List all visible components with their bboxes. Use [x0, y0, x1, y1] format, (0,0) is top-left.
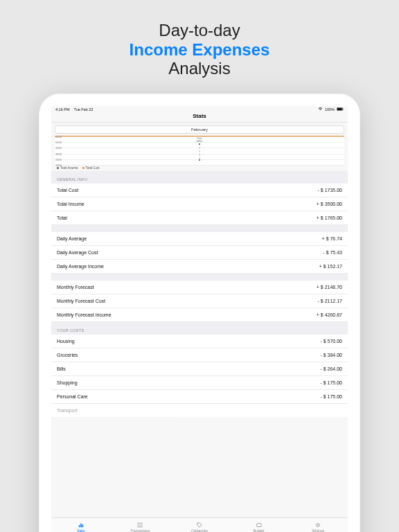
- chart-point-income: [199, 143, 200, 145]
- headline-line1: Day-to-day: [159, 21, 240, 39]
- y-tick: 6000: [55, 135, 62, 139]
- tab-label: Transactions: [130, 529, 150, 532]
- daily-list: Daily Average+ $ 76.74 Daily Average Cos…: [51, 232, 348, 274]
- row-daily-avg[interactable]: Daily Average+ $ 76.74: [51, 232, 348, 246]
- section-header-costs: YOUR COSTS: [51, 322, 348, 335]
- tab-label: Categories: [191, 529, 208, 532]
- chart-legend: Total Income Total Cost: [51, 165, 348, 171]
- gear-icon: [315, 522, 321, 528]
- ipad-frame: 4:16 PM Tue Feb 23 100% Stats February: [39, 94, 360, 532]
- tab-transactions[interactable]: Transactions: [111, 522, 170, 532]
- chart-x-label: Feb 8800: [197, 137, 203, 143]
- row-total-cost[interactable]: Total Cost- $ 1735.00: [51, 184, 348, 197]
- row-bills[interactable]: Bills- $ 264.00: [51, 362, 348, 376]
- y-tick: 3000: [55, 152, 62, 155]
- tab-bar: Stats Transactions Categories Budget Set…: [51, 517, 348, 532]
- tab-stats[interactable]: Stats: [51, 522, 111, 532]
- svg-rect-3: [79, 525, 80, 527]
- row-monthly-forecast[interactable]: Monthly Forecast+ $ 2148.70: [51, 281, 348, 294]
- row-total-income[interactable]: Total Income+ $ 3500.00: [51, 197, 348, 211]
- svg-point-11: [317, 524, 319, 526]
- chart-point-cost: [199, 159, 200, 161]
- svg-rect-9: [256, 524, 260, 527]
- row-transport[interactable]: Transport: [51, 404, 348, 418]
- tab-label: Settings: [312, 529, 324, 532]
- month-picker-label: February: [191, 127, 208, 132]
- screen: 4:16 PM Tue Feb 23 100% Stats February: [51, 106, 348, 532]
- row-monthly-forecast-income[interactable]: Monthly Forecast Income+ $ 4260.87: [51, 308, 348, 322]
- headline-line2: Income Expenses: [130, 40, 270, 59]
- y-tick: 5000: [55, 141, 62, 144]
- tab-settings[interactable]: Settings: [288, 522, 348, 532]
- svg-rect-1: [337, 108, 342, 111]
- list-icon: [137, 522, 143, 528]
- section-header-general: GENERAL INFO: [51, 171, 348, 184]
- row-total[interactable]: Total+ $ 1765.00: [51, 211, 348, 225]
- svg-rect-2: [343, 109, 344, 110]
- svg-rect-4: [80, 524, 82, 528]
- tab-categories[interactable]: Categories: [170, 522, 229, 532]
- tab-label: Stats: [77, 529, 85, 532]
- row-personal-care[interactable]: Personal Care- $ 175.00: [51, 390, 348, 404]
- row-shopping[interactable]: Shopping- $ 175.00: [51, 376, 348, 390]
- svg-rect-8: [137, 526, 143, 527]
- general-list: Total Cost- $ 1735.00 Total Income+ $ 35…: [51, 184, 348, 225]
- y-tick: 2000: [55, 157, 62, 161]
- row-housing[interactable]: Housing- $ 570.00: [51, 335, 348, 348]
- y-tick: 4000: [55, 146, 62, 150]
- svg-rect-6: [137, 523, 143, 524]
- page-title: Stats: [51, 112, 348, 123]
- divider: [51, 225, 348, 232]
- monthly-list: Monthly Forecast+ $ 2148.70 Monthly Fore…: [51, 281, 348, 322]
- y-tick: 1000: [55, 163, 62, 167]
- costs-list: Housing- $ 570.00 Groceries- $ 384.00 Bi…: [51, 335, 348, 418]
- svg-rect-7: [137, 525, 143, 526]
- divider: [51, 274, 348, 281]
- status-bar: 4:16 PM Tue Feb 23 100%: [51, 106, 348, 112]
- row-daily-avg-income[interactable]: Daily Average Income+ $ 152.17: [51, 260, 348, 274]
- tab-budget[interactable]: Budget: [229, 522, 289, 532]
- promo-headline: Day-to-day Income Expenses Analysis: [0, 0, 399, 78]
- row-monthly-forecast-cost[interactable]: Monthly Forecast Cost- $ 2112.17: [51, 294, 348, 308]
- chart-area[interactable]: 6000 5000 4000 3000 2000 1000 Feb 8800: [55, 136, 344, 165]
- tag-icon: [197, 522, 202, 528]
- wallet-icon: [256, 522, 262, 528]
- legend-cost: Total Cost: [82, 166, 100, 170]
- chart-bar-icon: [78, 522, 84, 528]
- headline-line3: Analysis: [168, 59, 230, 78]
- row-groceries[interactable]: Groceries- $ 384.00: [51, 348, 348, 362]
- legend-income: Total Income: [57, 166, 78, 170]
- tab-label: Budget: [254, 529, 265, 532]
- svg-rect-5: [82, 524, 83, 527]
- month-picker[interactable]: February: [55, 125, 344, 134]
- chart-connector: [200, 143, 200, 159]
- row-daily-avg-cost[interactable]: Daily Average Cost- $ 75.43: [51, 246, 348, 260]
